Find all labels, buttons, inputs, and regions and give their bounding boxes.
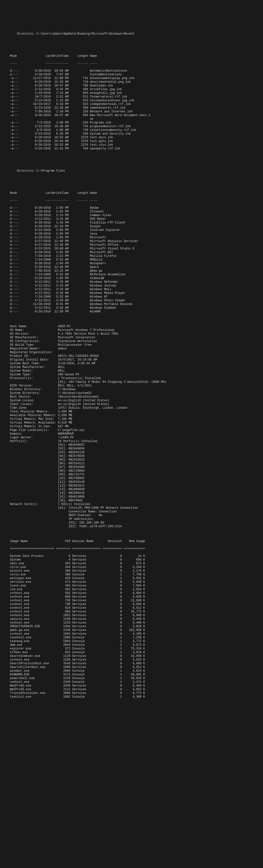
dir-listing-row: d---- 7/14/2009 5:52 AM Windows NT: [10, 295, 263, 299]
tasklist-row: WmiPrvSE.exe 2836 Services 0 9,304 K: [10, 684, 263, 688]
dir-listing-row: -a--- 9/20/2019 10:53 AM 2378 test.docx.…: [10, 136, 263, 140]
sysinfo-row: DHCP Enabled: No: [10, 514, 263, 517]
dir-listing-row: -a--- 3/25/2018 12:41 PM 704 uponparty.r…: [10, 147, 263, 151]
sysinfo-row: [08]: KB2729094: [10, 469, 263, 473]
sysinfo-row: Total Physical Memory: 3,584 MB: [10, 410, 263, 414]
tasklist-row: svchost.exe 1804 Services 0 4,180 K: [10, 632, 263, 636]
dir-listing-row: d---- 8/28/2018 1:04 PM Java: [10, 232, 263, 236]
sysinfo-row: [02]: fe80::a179:b3ff:199:2314: [10, 525, 263, 528]
tasklist-row: tasklist.exe 1092 Console 1 4,300 K: [10, 695, 263, 699]
dir-listing-row: -a--- 6/23/2018 12:26 AM 508 namenetwork…: [10, 106, 263, 110]
sysinfo-row: Product ID: 00371-461-2203502-05564: [10, 354, 263, 358]
sysinfo-row: [09]: KB2731771: [10, 473, 263, 476]
tasklist-row: conhost.exe 2348 Console 1 2,472 K: [10, 680, 263, 684]
sysinfo-row: Network Card(s): 1 NIC(s) Installed.: [10, 502, 263, 506]
dir-listing-row: d---- 7/14/2009 5:52 AM Reference Assemb…: [10, 273, 263, 277]
tasklist-row: powershell.exe 1156 Console 1 39,016 K: [10, 677, 263, 680]
tasklist-row: WINWORD.EXE 3272 Console 1 40,092 K: [10, 673, 263, 677]
tasklist-row: lsm.exe 492 Services 0 2,924 K: [10, 588, 263, 591]
sysinfo-row: Available Physical Memory: 2,858 MB: [10, 414, 263, 417]
tasklist-row: WmiPrvSE.exe 2112 Services 0 4,652 K: [10, 688, 263, 691]
terminal-output: Directory: C:\Users\admin\AppData\Roamin…: [0, 19, 263, 777]
sysinfo-row: Host Name: USER-PC: [10, 325, 263, 329]
sysinfo-row: [01]: x64 Family 6 Model 94 Stepping 3 G…: [10, 380, 263, 384]
dir-listing-row: d---- 7/30/2019 12:25 PM Qemu-ga: [10, 269, 263, 273]
sysinfo-row: System Manufacturer: DELL: [10, 366, 263, 369]
sysinfo-row: [15]: KB4019990: [10, 495, 263, 499]
dir-listing-row: d---- 3/18/2020 7:07 AM CustomDestinatio…: [10, 73, 263, 76]
tasklist-row: wininit.exe 380 Services 0 3,276 K: [10, 569, 263, 573]
dir-listing-row: d---- 8/28/2018 1:05 PM VideoLAN: [10, 277, 263, 280]
dir-listing-row: d---- 8/28/2018 12:46 PM Opera: [10, 266, 263, 269]
sysinfo-row: [13]: KB2888049: [10, 488, 263, 491]
sysinfo-row: [04]: KB2670838: [10, 454, 263, 458]
tasklist-row: System 4 Services 0 696 K: [10, 558, 263, 562]
dir-listing-row: d---- 11/20/2010 9:31 PM Windows Portabl…: [10, 303, 263, 306]
dir-listing-row: -a--- 9/20/2019 10:47 AM 706 Downloads.l…: [10, 84, 263, 88]
dir1-header: Directory: C:\Users\admin\AppData\Roamin…: [10, 32, 263, 36]
tasklist-row: IMEDICTUPDATE.EXE 1364 Services 0 3,028 …: [10, 625, 263, 628]
sysinfo-row: [05]: KB2533623: [10, 458, 263, 462]
dir-listing-row: d---- 8/28/2018 1:04 PM Notepad++: [10, 262, 263, 266]
sysinfo-row: BIOS Version: DELL DELL, 1/1/2011: [10, 384, 263, 388]
sysinfo-row: [16]: KB976902: [10, 499, 263, 502]
sysinfo-row: [01]: KB2849697: [10, 443, 263, 447]
sysinfo-row: System Boot Time: 3/18/2020, 4:05:34 AM: [10, 362, 263, 366]
sysinfo-row: Domain: WORKGROUP: [10, 432, 263, 436]
sysinfo-row: Virtual Memory: In Use: 647 MB: [10, 425, 263, 429]
dir-listing-row: d---- 8/28/2018 1:03 PM CCleaner: [10, 210, 263, 214]
tasklist-row: ctfmon.exe 652 Console 1 3,016 K: [10, 651, 263, 654]
tasklist-row: winlogon.exe 428 Console 1 5,552 K: [10, 577, 263, 580]
dir-listing-row: -a--- 2/22/2019 10:40 AM 734 proposedmon…: [10, 125, 263, 128]
tasklist-row: svchost.exe 592 Services 0 6,804 K: [10, 591, 263, 595]
tasklist-row: smss.exe 264 Services 0 872 K: [10, 562, 263, 565]
dir-listing-row: d---- 4/12/2011 3:16 AM Windows Media Pl…: [10, 291, 263, 295]
dir2-columns: Mode LastWriteTime Length Name: [10, 191, 263, 195]
tasklist-row: SearchFilterHost.exe 1860 Services 0 6,0…: [10, 665, 263, 669]
dir-listing-row: d---- 8/28/2018 1:01 PM Microsoft.NET: [10, 251, 263, 254]
sysinfo-row: OS Configuration: Standalone Workstation: [10, 340, 263, 343]
dir1-columns: Mode LastWriteTime Length Name: [10, 54, 263, 58]
sysinfo-row: Processor(s): 1 Processor(s) Installed.: [10, 377, 263, 380]
sysinfo-row: Input Locale: en-us;English (United Stat…: [10, 403, 263, 406]
dir-listing-row: d---- 8/27/2018 12:46 PM Microsoft Analy…: [10, 240, 263, 243]
sysinfo-row: OS Manufacturer: Microsoft Corporation: [10, 336, 263, 340]
tasklist-row: csrss.exe 344 Services 0 3,204 K: [10, 565, 263, 569]
dir-listing-row: d---- 9/23/2019 10:08 AM Microsoft Visua…: [10, 247, 263, 251]
tasklist-row: dwm.exe 2044 Console 1 3,672 K: [10, 643, 263, 647]
sysinfo-row: System Directory: C:\Windows\system32: [10, 392, 263, 395]
tasklist-row: SearchProtocolHost.exe 3548 Services 0 6…: [10, 662, 263, 665]
tasklist-row: SearchIndexer.exe 1120 Services 0 13,940…: [10, 654, 263, 658]
tasklist-row: svchost.exe 1052 Services 0 9,900 K: [10, 614, 263, 617]
sysinfo-row: OS Version: 6.1.7601 Service Pack 1 Buil…: [10, 332, 263, 336]
tasklist-row: lsass.exe 484 Services 0 7,564 K: [10, 584, 263, 588]
sysinfo-row: [07]: KB2639308: [10, 465, 263, 469]
dir-listing-row: -a--- 12/27/2018 11:00 PM 741 announceme…: [10, 76, 263, 80]
sysinfo-row: Logon Server: \\USER-PC: [10, 436, 263, 439]
dir-listing-row: d---- 4/12/2011 3:16 AM Windows Mail: [10, 288, 263, 291]
sysinfo-row: System Type: X86-based PC: [10, 373, 263, 377]
sysinfo-row: Virtual Memory: Available: 6,519 MB: [10, 421, 263, 425]
dir-listing-row: d---- 9/23/2019 2:00 PM Internet Explore…: [10, 228, 263, 232]
tasklist-rule: ========================= ======== =====…: [10, 547, 263, 551]
tasklist-header: Image Name PID Session Name Session# Mem…: [10, 539, 263, 543]
dir-listing-row: d---- 8/28/2018 1:50 PM Adobe: [10, 206, 263, 210]
dir2-rule: ---- ------------- ------ ----: [10, 199, 263, 203]
sysinfo-row: [01]: 192.168.100.85: [10, 521, 263, 525]
tasklist-row: svchost.exe 1216 Services 0 9,496 K: [10, 621, 263, 625]
sysinfo-row: Virtual Memory: Max Size: 7,166 MB: [10, 417, 263, 421]
dir-listing-row: -a--- 9/20/2019 10:54 AM 2378 test.pptx.…: [10, 140, 263, 143]
sysinfo-row: [14]: KB2999226: [10, 491, 263, 495]
sysinfo-row: OS Name: Microsoft Windows 7 Professiona…: [10, 329, 263, 332]
tasklist-row: spoolsv.exe 1188 Services 0 8,440 K: [10, 617, 263, 621]
sysinfo-row: Registered Owner: admin: [10, 347, 263, 351]
tasklist-row: svchost.exe 824 Services 0 8,512 K: [10, 606, 263, 610]
tasklist-row: csrss.exe 388 Console 1 7,756 K: [10, 573, 263, 577]
sysinfo-row: IP address(es): [10, 517, 263, 521]
sysinfo-row: Boot Device: \Device\HarddiskVolume1: [10, 395, 263, 399]
dir-listing-row: -a--- 1/19/2018 7:14 AM 693 enoughcell.j…: [10, 91, 263, 95]
sysinfo-row: Registered Organization:: [10, 351, 263, 354]
dir-listing-row: -a--- 7/30/2019 1:10 PM 156 Network and …: [10, 110, 263, 114]
sysinfo-row: [10]: KB2786081: [10, 476, 263, 480]
tasklist-row: windanr.exe 2604 Console 1 4,624 K: [10, 669, 263, 673]
